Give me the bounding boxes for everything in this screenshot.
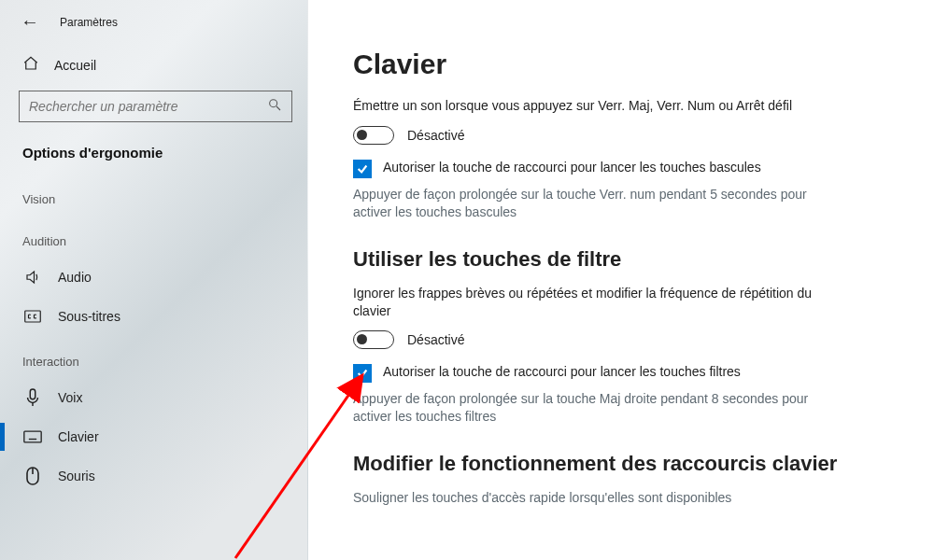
- sidebar-item-label: Voix: [58, 390, 82, 405]
- mic-icon: [22, 388, 43, 407]
- search-input[interactable]: [19, 91, 292, 122]
- svg-rect-2: [25, 311, 41, 322]
- sidebar-item-label: Souris: [58, 469, 95, 483]
- mouse-icon: [22, 467, 43, 485]
- filter-keys-hint: Appuyer de façon prolongée sur la touche…: [353, 390, 839, 426]
- cc-icon: [22, 310, 43, 323]
- toggle-keys-shortcut-checkbox[interactable]: [353, 160, 372, 178]
- shortcuts-hint: Souligner les touches d'accès rapide lor…: [353, 489, 839, 507]
- svg-line-1: [276, 106, 280, 110]
- sidebar-section-header: Options d'ergonomie: [0, 139, 307, 174]
- sidebar-item-voice[interactable]: Voix: [0, 378, 307, 417]
- search-icon: [267, 97, 282, 116]
- keyboard-icon: [22, 430, 43, 443]
- sidebar-item-label: Sous-titres: [58, 309, 120, 324]
- sidebar-home-label: Accueil: [54, 58, 96, 73]
- toggle-keys-switch[interactable]: [353, 126, 394, 145]
- svg-rect-3: [30, 389, 35, 399]
- filter-keys-description: Ignorer les frappes brèves ou répétées e…: [353, 285, 848, 320]
- sidebar-item-home[interactable]: Accueil: [0, 44, 307, 87]
- home-icon: [22, 55, 39, 76]
- page-title: Clavier: [353, 49, 889, 80]
- sidebar: ← Paramètres Accueil Options d'ergonomie…: [0, 0, 308, 560]
- sidebar-group-vision: Vision: [0, 174, 307, 216]
- filter-keys-shortcut-checkbox[interactable]: [353, 364, 372, 383]
- toggle-keys-state: Désactivé: [407, 128, 464, 143]
- sidebar-item-label: Clavier: [58, 429, 99, 444]
- back-button[interactable]: ←: [21, 11, 39, 33]
- svg-rect-5: [24, 431, 41, 442]
- sidebar-group-audition: Audition: [0, 216, 307, 258]
- sidebar-item-subtitles[interactable]: Sous-titres: [0, 297, 307, 336]
- toggle-keys-description: Émettre un son lorsque vous appuyez sur …: [353, 97, 848, 115]
- filter-keys-state: Désactivé: [407, 332, 464, 347]
- main-content: Clavier Émettre un son lorsque vous appu…: [308, 0, 934, 560]
- shortcuts-heading: Modifier le fonctionnement des raccourci…: [353, 452, 889, 476]
- toggle-keys-hint: Appuyer de façon prolongée sur la touche…: [353, 186, 839, 221]
- sidebar-item-mouse[interactable]: Souris: [0, 456, 307, 496]
- search-input-field[interactable]: [29, 99, 267, 114]
- sidebar-item-label: Audio: [58, 270, 92, 285]
- filter-keys-heading: Utiliser les touches de filtre: [353, 247, 889, 272]
- window-title: Paramètres: [60, 16, 118, 29]
- toggle-keys-shortcut-label: Autoriser la touche de raccourci pour la…: [383, 160, 761, 175]
- sidebar-group-interaction: Interaction: [0, 336, 307, 378]
- sidebar-item-audio[interactable]: Audio: [0, 258, 307, 297]
- sidebar-item-keyboard[interactable]: Clavier: [0, 417, 307, 456]
- svg-point-0: [270, 100, 277, 107]
- volume-icon: [22, 269, 43, 286]
- filter-keys-shortcut-label: Autoriser la touche de raccourci pour la…: [383, 364, 741, 379]
- filter-keys-switch[interactable]: [353, 330, 394, 349]
